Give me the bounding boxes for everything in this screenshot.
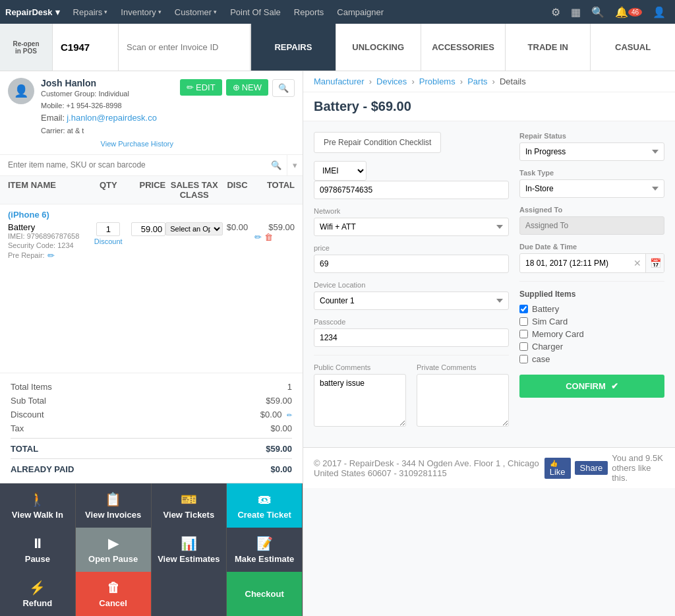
- tab-repairs[interactable]: REPAIRS: [250, 24, 336, 71]
- imei-type-select[interactable]: IMEI: [314, 161, 367, 181]
- edit-item-icon[interactable]: ✏: [254, 232, 262, 242]
- breadcrumb-parts[interactable]: Parts: [467, 77, 487, 86]
- edit-customer-button[interactable]: ✏ EDIT: [180, 79, 222, 96]
- total-items-row: Total Items 1: [11, 380, 292, 394]
- search-customer-button[interactable]: 🔍: [272, 79, 295, 97]
- reopen-label: Re-openin POS: [13, 40, 40, 55]
- calendar-icon[interactable]: 📅: [645, 254, 664, 272]
- header-price: PRICE: [123, 180, 165, 200]
- edit-discount-icon[interactable]: ✏: [287, 412, 292, 419]
- item-name-label: Battery: [8, 222, 94, 232]
- nav-reports[interactable]: Reports: [289, 0, 330, 24]
- date-clear-icon[interactable]: ✕: [630, 254, 645, 272]
- network-label: Network: [314, 207, 509, 215]
- walk-in-icon: 🚶: [29, 491, 45, 507]
- footer-copy: © 2017 - RepairDesk - 344 N Ogden Ave. F…: [314, 458, 544, 478]
- barcode-icon[interactable]: ▦: [567, 6, 585, 18]
- item-tax-select[interactable]: Select an Opti...: [165, 222, 223, 235]
- battery-checkbox[interactable]: [519, 305, 528, 313]
- right-panel: Manufacturer › Devices › Problems › Part…: [303, 71, 675, 616]
- imei-input[interactable]: [314, 181, 509, 199]
- nav-customer[interactable]: Customer ▾: [169, 0, 222, 24]
- nav-campaigner[interactable]: Campaigner: [332, 0, 389, 24]
- repair-status-label: Repair Status: [519, 132, 664, 140]
- item-imei: IMEI: 9796896787658: [8, 232, 94, 240]
- pre-repair-checklist-button[interactable]: Pre Repair Condition Checklist: [314, 132, 441, 153]
- nav-inventory[interactable]: Inventory ▾: [115, 0, 166, 24]
- price-label: price: [314, 244, 509, 252]
- tax-label: Tax: [11, 423, 24, 433]
- tab-accessories[interactable]: ACCESSORIES: [421, 24, 506, 71]
- notification-icon[interactable]: 🔔46: [611, 6, 646, 18]
- device-location-select[interactable]: Counter 1: [314, 292, 509, 310]
- network-select[interactable]: Wifi + ATT: [314, 218, 509, 236]
- refund-button[interactable]: ⚡ Refund: [0, 572, 76, 616]
- delete-item-icon[interactable]: 🗑: [264, 232, 273, 242]
- task-type-select[interactable]: In-Store: [519, 179, 664, 198]
- already-paid-label: ALREADY PAID: [11, 464, 74, 474]
- view-walk-in-button[interactable]: 🚶 View Walk In: [0, 483, 76, 528]
- confirm-button[interactable]: CONFIRM ✔: [519, 375, 664, 398]
- nav-repairs[interactable]: Repairs ▾: [68, 0, 113, 24]
- nav-pos[interactable]: Point Of Sale: [225, 0, 286, 24]
- memory-checkbox[interactable]: [519, 330, 528, 338]
- public-comments-textarea[interactable]: battery issue: [314, 374, 406, 427]
- checkout-button[interactable]: Checkout: [227, 572, 303, 616]
- customer-actions: ✏ EDIT ⊕ NEW 🔍: [180, 78, 295, 97]
- imei-row: IMEI: [314, 161, 509, 181]
- view-invoices-button[interactable]: 📋 View Invoices: [76, 483, 152, 528]
- invoice-search-input[interactable]: [119, 24, 250, 71]
- item-search-icon[interactable]: 🔍: [266, 155, 287, 175]
- like-button[interactable]: 👍 Like: [544, 458, 571, 479]
- view-tickets-button[interactable]: 🎫 View Tickets: [152, 483, 227, 528]
- settings-icon[interactable]: ⚙: [547, 6, 564, 18]
- item-qty-input[interactable]: [96, 222, 120, 236]
- supplied-items-section: Supplied Items Battery Sim Card Memory C…: [519, 290, 664, 364]
- search-icon[interactable]: 🔍: [587, 6, 608, 18]
- item-filter-icon[interactable]: ▾: [287, 155, 303, 175]
- item-qty: Discount: [94, 222, 123, 246]
- breadcrumb-details[interactable]: Details: [500, 77, 526, 86]
- view-estimates-button[interactable]: 📊 View Estimates: [152, 528, 227, 572]
- pause-button[interactable]: ⏸ Pause: [0, 528, 76, 572]
- breadcrumb-manufacturer[interactable]: Manufacturer: [314, 77, 365, 86]
- passcode-input[interactable]: [314, 328, 509, 347]
- customer-email-link[interactable]: j.hanlon@repairdesk.co: [67, 113, 157, 123]
- discount-link[interactable]: Discount: [94, 237, 123, 245]
- private-comments-textarea[interactable]: [417, 374, 509, 427]
- repair-status-select[interactable]: In Progress: [519, 142, 664, 161]
- sim-checkbox[interactable]: [519, 317, 528, 326]
- share-button[interactable]: Share: [575, 461, 608, 475]
- imei-group: IMEI: [314, 161, 509, 199]
- case-label: case: [532, 354, 550, 364]
- brand-logo[interactable]: RepairDesk ▾: [5, 7, 60, 17]
- price-input[interactable]: [314, 255, 509, 273]
- reopen-button[interactable]: Re-openin POS: [0, 24, 53, 71]
- tab-casual[interactable]: CASUAL: [590, 24, 675, 71]
- case-checkbox[interactable]: [519, 355, 528, 363]
- open-pause-button[interactable]: ▶ Open Pause: [76, 528, 152, 572]
- make-estimate-button[interactable]: 📝 Make Estimate: [227, 528, 303, 572]
- nav-customer-caret: ▾: [214, 9, 217, 15]
- cancel-button[interactable]: 🗑 Cancel: [76, 572, 152, 616]
- item-search-input[interactable]: [0, 155, 266, 175]
- breadcrumb-problems[interactable]: Problems: [419, 77, 455, 86]
- item-price-input[interactable]: [131, 222, 165, 236]
- user-avatar-icon[interactable]: 👤: [649, 6, 670, 18]
- view-history-link[interactable]: View Purchase History: [41, 140, 173, 148]
- breadcrumb-devices[interactable]: Devices: [376, 77, 407, 86]
- create-ticket-button[interactable]: 🎟 Create Ticket: [227, 483, 303, 528]
- new-customer-button[interactable]: ⊕ NEW: [226, 79, 268, 96]
- assigned-to-input[interactable]: [519, 216, 664, 235]
- invoice-id-input[interactable]: [53, 24, 119, 71]
- tab-unlocking[interactable]: UNLOCKING: [336, 24, 421, 71]
- charger-checkbox[interactable]: [519, 342, 528, 351]
- sim-label: Sim Card: [532, 317, 568, 326]
- tab-trade-in[interactable]: TRADE IN: [505, 24, 590, 71]
- public-comments-col: Public Comments battery issue: [314, 363, 406, 429]
- pre-repair-edit-icon[interactable]: ✏: [47, 251, 55, 261]
- due-date-input[interactable]: [520, 255, 630, 272]
- assigned-to-field: Assigned To: [519, 206, 664, 235]
- header-qty: QTY: [94, 180, 123, 200]
- grand-total-label: TOTAL: [11, 444, 38, 454]
